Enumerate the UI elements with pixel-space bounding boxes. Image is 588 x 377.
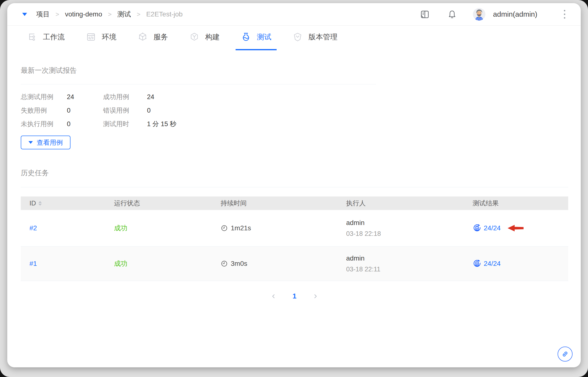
duration-cell: 3m0s [217, 260, 342, 268]
stat-value: 1 分 15 秒 [147, 117, 568, 131]
status-badge: 成功 [110, 224, 217, 233]
stat-label: 失败用例 [21, 104, 67, 117]
breadcrumb-separator: > [137, 11, 140, 18]
duration-cell: 1m21s [217, 224, 342, 232]
test-report-refresh-icon [473, 224, 481, 233]
top-bar: 项目 > voting-demo > 测试 > E2ETest-job [7, 3, 581, 26]
history-table: ID 运行状态 持续时间 执行人 测试结果 #2 成功 1m21s [21, 197, 568, 281]
stat-value: 0 [67, 104, 103, 117]
executor-cell: admin 03-18 22:11 [342, 255, 463, 273]
result-count: 24/24 [484, 260, 501, 268]
breadcrumb: 项目 > voting-demo > 测试 > E2ETest-job [22, 10, 183, 19]
executor-time: 03-18 22:11 [346, 266, 463, 273]
sort-carets-icon[interactable] [38, 201, 42, 206]
more-menu-kebab-icon[interactable] [562, 9, 567, 20]
stat-label: 错误用例 [103, 104, 147, 117]
main-content: 最新一次测试报告 总测试用例 24 成功用例 24 失败用例 0 错误用例 0 … [7, 66, 581, 300]
result-count: 24/24 [484, 224, 501, 232]
tab-environment[interactable]: 环境 [86, 32, 116, 50]
tab-test[interactable]: 测试 [241, 32, 271, 50]
table-row: #2 成功 1m21s admin 03-18 22:18 [21, 210, 568, 247]
breadcrumb-separator: > [108, 11, 111, 18]
column-header-duration: 持续时间 [217, 199, 342, 208]
user-avatar[interactable] [473, 8, 485, 21]
stat-value: 24 [147, 90, 568, 104]
table-header: ID 运行状态 持续时间 执行人 测试结果 [21, 197, 568, 210]
breadcrumb-separator: > [55, 11, 59, 18]
stat-value: 0 [67, 117, 103, 131]
test-result-link[interactable]: 24/24 [473, 224, 501, 233]
stat-label: 成功用例 [103, 90, 147, 104]
executor-time: 03-18 22:18 [346, 230, 463, 237]
duration-value: 3m0s [231, 260, 247, 268]
tab-label: 环境 [102, 32, 116, 42]
notifications-bell-icon[interactable] [447, 9, 457, 19]
tab-service[interactable]: 服务 [138, 32, 168, 50]
column-header-executor: 执行人 [342, 199, 463, 208]
result-cell: 24/24 [463, 224, 568, 233]
version-icon [293, 32, 303, 42]
stat-label: 总测试用例 [21, 90, 67, 104]
tab-workflow[interactable]: 工作流 [27, 32, 65, 50]
tab-label: 测试 [257, 32, 271, 42]
stat-label: 未执行用例 [21, 117, 67, 131]
caret-down-icon [28, 141, 33, 144]
tab-label: 构建 [205, 32, 220, 42]
stat-value: 24 [67, 90, 103, 104]
user-name[interactable]: admin(admin) [493, 10, 537, 18]
latest-report-title: 最新一次测试报告 [21, 66, 568, 75]
history-divider [21, 187, 568, 187]
annotation-red-arrow [507, 224, 524, 232]
table-row: #1 成功 3m0s admin 03-18 22:11 [21, 247, 568, 281]
breadcrumb-item-current-job: E2ETest-job [146, 10, 183, 18]
executor-cell: admin 03-18 22:18 [342, 219, 463, 237]
build-icon [189, 32, 199, 42]
tab-bar: 工作流 环境 [7, 26, 581, 50]
breadcrumb-item-test[interactable]: 测试 [117, 10, 131, 19]
report-divider [21, 84, 376, 84]
stat-label: 测试用时 [103, 117, 147, 131]
task-id-link[interactable]: #1 [21, 260, 110, 268]
screenshot-frame: 项目 > voting-demo > 测试 > E2ETest-job [0, 0, 588, 377]
top-bar-actions: admin(admin) [420, 8, 567, 21]
page-number[interactable]: 1 [293, 292, 296, 300]
share-link-button[interactable] [558, 347, 573, 362]
tab-version-management[interactable]: 版本管理 [293, 32, 337, 50]
stat-value: 0 [147, 104, 568, 117]
tab-label: 工作流 [43, 32, 65, 42]
view-cases-label: 查看用例 [37, 138, 63, 147]
executor-name: admin [346, 255, 463, 262]
column-label: ID [29, 200, 36, 207]
result-cell: 24/24 [463, 259, 568, 268]
service-icon [138, 32, 148, 42]
column-header-id[interactable]: ID [21, 200, 110, 207]
previous-page-chevron-icon[interactable] [270, 293, 277, 300]
workflow-icon [27, 32, 37, 42]
status-badge: 成功 [110, 259, 217, 268]
history-title: 历史任务 [21, 168, 568, 178]
app-window: 项目 > voting-demo > 测试 > E2ETest-job [7, 3, 581, 367]
link-icon [561, 350, 569, 358]
tab-label: 服务 [154, 32, 168, 42]
column-header-result: 测试结果 [463, 199, 568, 208]
breadcrumb-item-projects[interactable]: 项目 [36, 10, 50, 19]
tab-label: 版本管理 [309, 32, 337, 42]
test-report-refresh-icon [473, 259, 481, 268]
breadcrumb-caret-down-icon[interactable] [22, 13, 27, 16]
clock-icon [221, 224, 228, 232]
report-stats: 总测试用例 24 成功用例 24 失败用例 0 错误用例 0 未执行用例 0 测… [21, 90, 568, 131]
breadcrumb-item-project[interactable]: voting-demo [65, 10, 102, 18]
task-id-link[interactable]: #2 [21, 224, 110, 232]
docs-book-icon[interactable] [420, 9, 430, 19]
next-page-chevron-icon[interactable] [312, 293, 319, 300]
test-flask-icon [241, 32, 251, 42]
pagination: 1 [21, 292, 568, 300]
column-header-status: 运行状态 [110, 199, 217, 208]
executor-name: admin [346, 219, 463, 227]
clock-icon [221, 260, 228, 267]
environment-icon [86, 32, 96, 42]
view-cases-button[interactable]: 查看用例 [21, 136, 70, 149]
duration-value: 1m21s [231, 224, 251, 232]
tab-build[interactable]: 构建 [189, 32, 220, 50]
test-result-link[interactable]: 24/24 [473, 259, 501, 268]
